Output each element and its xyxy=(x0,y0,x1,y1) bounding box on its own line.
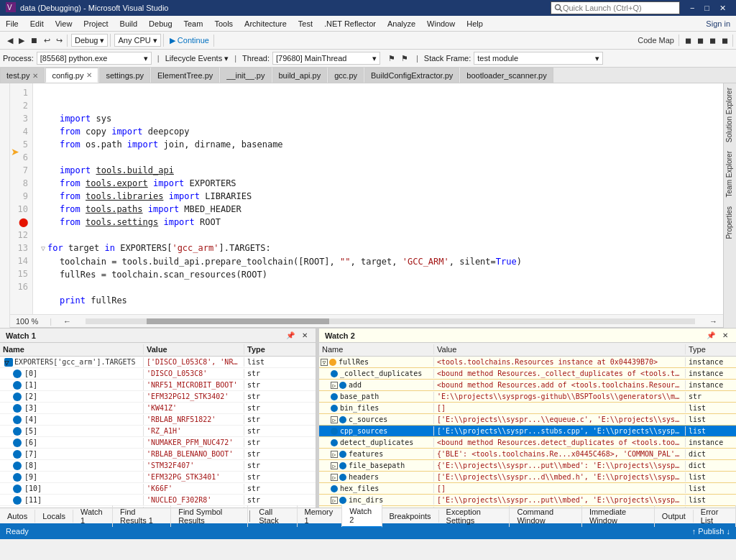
stack-frame-dropdown[interactable]: test module ▾ xyxy=(474,52,603,65)
tab-locals[interactable]: Locals xyxy=(35,510,73,523)
toolbar-btn-3[interactable]: ◼ xyxy=(707,35,718,47)
watch1-row[interactable]: [2]'EFM32PG12_STK3402'str xyxy=(0,391,316,403)
menu-net-reflector[interactable]: .NET Reflector xyxy=(318,18,382,29)
watch1-row[interactable]: [3]'KW41Z'str xyxy=(0,403,316,414)
publish-button[interactable]: ↑ Publish ↓ xyxy=(692,527,730,536)
toolbar-btn-2[interactable]: ◼ xyxy=(695,35,706,47)
menu-architecture[interactable]: Architecture xyxy=(239,18,293,29)
thread-btn-2[interactable]: ⚑ xyxy=(399,52,410,65)
watch1-row[interactable]: [1]'NRF51_MICROBIT_BOOT'str xyxy=(0,380,316,391)
tab-settingspy[interactable]: settings.py xyxy=(99,68,150,83)
watch1-panel: Watch 1 📌 ✕ Name Value Type ▽ EXPORTERS[… xyxy=(0,329,316,508)
watch1-row[interactable]: [9]'EFM32PG_STK3401'str xyxy=(0,472,316,483)
watch1-close[interactable]: ✕ xyxy=(300,331,310,339)
watch2-row[interactable]: ▷headers['E:\\projects\\syspr...d\\mbed.… xyxy=(319,472,736,483)
watch2-row[interactable]: ▷add<bound method Resources.add of <tool… xyxy=(319,380,736,391)
thread-dropdown[interactable]: [79680] MainThread ▾ xyxy=(272,52,380,65)
menu-test[interactable]: Test xyxy=(293,18,318,29)
tab-close-configpy[interactable]: ✕ xyxy=(86,71,92,79)
toolbar-btn-1[interactable]: ◼ xyxy=(683,35,694,47)
watch1-row[interactable]: [5]'RZ_A1H'str xyxy=(0,426,316,437)
watch1-row[interactable]: [4]'RBLAB_NRF51822'str xyxy=(0,414,316,426)
team-explorer-tab[interactable]: Team Explorer xyxy=(724,147,736,201)
watch2-row[interactable]: ▷c_sources['E:\\projects\\syspr...\\eque… xyxy=(319,414,736,426)
watch2-row[interactable]: ▷features{'BLE': <tools.toolchains.Re...… xyxy=(319,449,736,460)
tab-close-testpy[interactable]: ✕ xyxy=(32,72,38,80)
watch2-row[interactable]: ▷file_basepath{'E:\\projects\\syspr...pu… xyxy=(319,460,736,472)
watch1-row-root[interactable]: ▽ EXPORTERS['gcc_arm'].TARGETS ['DISCO_L… xyxy=(0,357,316,368)
redo-button[interactable]: ↪ xyxy=(54,35,65,47)
back-button[interactable]: ◀ xyxy=(5,35,15,47)
tab-elementtreepy[interactable]: ElementTree.py xyxy=(151,68,219,83)
svg-text:V: V xyxy=(7,4,12,12)
tab-watch2[interactable]: Watch 2 xyxy=(342,505,382,528)
tab-find-results[interactable]: Find Results 1 xyxy=(113,505,171,527)
tab-configpy[interactable]: config.py ✕ xyxy=(45,68,98,83)
sign-in-button[interactable]: Sign in xyxy=(700,18,736,29)
menu-window[interactable]: Window xyxy=(421,18,461,29)
process-dropdown[interactable]: [85568] python.exe ▾ xyxy=(37,52,152,65)
watch2-row[interactable]: bin_files[]list xyxy=(319,403,736,414)
thread-btn-1[interactable]: ⚑ xyxy=(386,52,397,65)
watch1-pin[interactable]: 📌 xyxy=(284,331,297,339)
minimize-button[interactable]: − xyxy=(686,0,699,16)
tab-buildapipy[interactable]: build_api.py xyxy=(272,68,328,83)
watch1-row[interactable]: [6]'NUMAKER_PFM_NUC472'str xyxy=(0,437,316,449)
close-button[interactable]: ✕ xyxy=(715,0,730,16)
tab-autos[interactable]: Autos xyxy=(0,510,35,523)
watch1-row[interactable]: [8]'STM32F407'str xyxy=(0,460,316,472)
forward-button[interactable]: ▶ xyxy=(17,35,27,47)
tab-bootloaderpy[interactable]: bootloader_scanner.py xyxy=(460,68,553,83)
tab-watch1[interactable]: Watch 1 xyxy=(73,505,113,527)
code-area[interactable]: import sys from copy import deepcopy fro… xyxy=(33,83,723,314)
toolbar-btn-4[interactable]: ◼ xyxy=(719,35,730,47)
properties-tab[interactable]: Properties xyxy=(724,202,736,244)
horizontal-scrollbar[interactable] xyxy=(86,318,695,324)
watch2-row[interactable]: base_path'E:\\projects\\sysprogs-github\… xyxy=(319,391,736,403)
watch1-row[interactable]: [10]'K66F'str xyxy=(0,483,316,495)
tab-memory1[interactable]: Memory 1 xyxy=(298,505,343,527)
lifecycle-events[interactable]: Lifecycle Events ▾ xyxy=(165,54,229,63)
cpu-dropdown[interactable]: Any CPU ▾ xyxy=(114,34,160,47)
debug-config-dropdown[interactable]: Debug ▾ xyxy=(71,34,108,47)
menu-build[interactable]: Build xyxy=(114,18,143,29)
tab-initpy[interactable]: __init__.py xyxy=(220,68,271,83)
tab-breakpoints[interactable]: Breakpoints xyxy=(382,510,439,523)
menu-view[interactable]: View xyxy=(50,18,78,29)
menu-help[interactable]: Help xyxy=(461,18,489,29)
menu-edit[interactable]: Edit xyxy=(24,18,50,29)
tab-callstack[interactable]: Call Stack xyxy=(252,505,297,527)
tab-find-symbol[interactable]: Find Symbol Results xyxy=(171,505,248,527)
menu-team[interactable]: Team xyxy=(178,18,209,29)
code-map-button[interactable]: Code Map xyxy=(635,35,676,46)
tab-immediate[interactable]: Immediate Window xyxy=(582,505,655,527)
stop-button[interactable]: ⏹ xyxy=(28,35,40,46)
watch2-row[interactable]: cpp_sources['E:\\projects\\syspr...stubs… xyxy=(319,426,736,437)
watch2-row[interactable]: ▽fullRes<tools.toolchains.Resources inst… xyxy=(319,357,736,368)
undo-button[interactable]: ↩ xyxy=(42,35,52,47)
tab-buildconfigextractorpy[interactable]: BuildConfigExtractor.py xyxy=(364,68,459,83)
watch2-close[interactable]: ✕ xyxy=(720,331,730,339)
solution-explorer-tab[interactable]: Solution Explorer xyxy=(724,83,736,147)
continue-button[interactable]: ▶ Continue xyxy=(167,35,211,47)
tab-output[interactable]: Output xyxy=(655,510,694,523)
watch2-row[interactable]: detect_duplicates<bound method Resources… xyxy=(319,437,736,449)
watch2-row[interactable]: hex_files[]list xyxy=(319,483,736,495)
menu-analyze[interactable]: Analyze xyxy=(382,18,421,29)
tab-testpy[interactable]: test.py ✕ xyxy=(0,68,45,83)
watch2-row[interactable]: _collect_duplicates<bound method Resourc… xyxy=(319,368,736,380)
menu-project[interactable]: Project xyxy=(78,18,114,29)
watch2-pin[interactable]: 📌 xyxy=(704,331,717,339)
menu-tools[interactable]: Tools xyxy=(208,18,239,29)
quicklaunch-input[interactable] xyxy=(563,4,671,12)
watch1-rows: [0]'DISCO_L053C8'str[1]'NRF51_MICROBIT_B… xyxy=(0,368,316,508)
tab-error-list[interactable]: Error List xyxy=(694,505,736,527)
tab-gccpy[interactable]: gcc.py xyxy=(328,68,364,83)
menu-debug[interactable]: Debug xyxy=(143,18,178,29)
tab-exception[interactable]: Exception Settings xyxy=(439,505,510,527)
watch1-row[interactable]: [7]'RBLAB_BLENANO_BOOT'str xyxy=(0,449,316,460)
maximize-button[interactable]: □ xyxy=(700,0,714,16)
watch1-row[interactable]: [0]'DISCO_L053C8'str xyxy=(0,368,316,380)
tab-command[interactable]: Command Window xyxy=(510,505,581,527)
menu-file[interactable]: File xyxy=(0,18,24,29)
